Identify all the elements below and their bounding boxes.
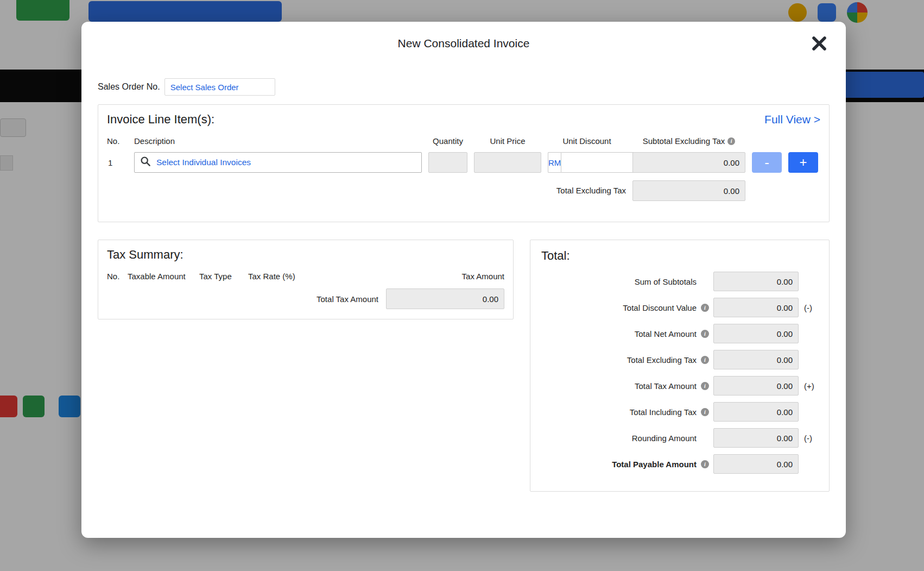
total-heading: Total: xyxy=(541,249,818,263)
new-consolidated-invoice-modal: New Consolidated Invoice Sales Order No.… xyxy=(81,22,846,538)
tax-col-tax-rate: Tax Rate (%) xyxy=(248,272,312,281)
info-icon[interactable]: i xyxy=(701,330,709,338)
col-description: Description xyxy=(134,136,422,146)
amount-field: 0.00 xyxy=(713,350,799,369)
unit-price-field xyxy=(474,152,541,173)
tax-summary-column-headers: No. Taxable Amount Tax Type Tax Rate (%)… xyxy=(107,272,504,281)
total-row-label: Rounding Amount xyxy=(541,434,697,443)
amount-field: 0.00 xyxy=(713,376,799,396)
total-row-label: Sum of Subtotals xyxy=(541,277,697,286)
total-row-excluding-tax: Total Excluding Tax i 0.00 xyxy=(541,350,818,369)
col-quantity: Quantity xyxy=(428,136,467,146)
amount-field: 0.00 xyxy=(713,298,799,317)
total-row-label: Total Discount Value xyxy=(541,303,697,312)
select-invoices-placeholder: Select Individual Invoices xyxy=(156,158,251,167)
close-button[interactable] xyxy=(810,35,828,53)
tax-summary-heading: Tax Summary: xyxy=(107,248,504,262)
tax-col-no: No. xyxy=(107,272,128,281)
invoice-line-items-section: Invoice Line Item(s): Full View > No. De… xyxy=(98,104,830,222)
select-invoices-field[interactable]: Select Individual Invoices xyxy=(134,152,422,173)
line-items-total-row: Total Excluding Tax 0.00 xyxy=(107,180,820,201)
total-row-net-amount: Total Net Amount i 0.00 xyxy=(541,324,818,343)
amount-field: 0.00 xyxy=(713,324,799,343)
currency-prefix: RM xyxy=(548,152,561,173)
total-row-payable-amount: Total Payable Amount i 0.00 xyxy=(541,454,818,474)
amount-field: 0.00 xyxy=(713,402,799,422)
amount-field: 0.00 xyxy=(713,428,799,448)
total-row-label: Total Net Amount xyxy=(541,329,697,338)
row-suffix: (-) xyxy=(799,303,818,312)
total-row-label: Total Including Tax xyxy=(541,407,697,417)
remove-row-button[interactable]: - xyxy=(752,152,782,173)
total-tax-amount-label: Total Tax Amount xyxy=(317,294,378,304)
total-section: Total: Sum of Subtotals i 0.00 Total Dis… xyxy=(530,240,830,492)
total-tax-amount-field: 0.00 xyxy=(386,288,504,309)
sales-order-label: Sales Order No. xyxy=(98,82,160,92)
col-unit-discount: Unit Discount xyxy=(548,136,626,146)
tax-summary-section: Tax Summary: No. Taxable Amount Tax Type… xyxy=(98,240,514,319)
tax-col-tax-amount: Tax Amount xyxy=(386,272,504,281)
unit-discount-cell: RM xyxy=(548,152,626,173)
sales-order-input[interactable] xyxy=(164,78,275,96)
tax-col-taxable-amount: Taxable Amount xyxy=(128,272,199,281)
info-icon[interactable]: i xyxy=(727,137,735,145)
tax-col-tax-type: Tax Type xyxy=(199,272,248,281)
col-subtotal: Subtotal Excluding Tax i xyxy=(632,136,745,146)
info-icon[interactable]: i xyxy=(701,382,709,390)
total-row-label: Total Excluding Tax xyxy=(541,355,697,365)
row-suffix: (+) xyxy=(799,381,818,391)
sales-order-row: Sales Order No. xyxy=(98,78,830,96)
total-row-discount-value: Total Discount Value i 0.00 (-) xyxy=(541,298,818,317)
tax-total-row: Total Tax Amount 0.00 xyxy=(107,288,504,309)
amount-field: 0.00 xyxy=(713,272,799,291)
full-view-link[interactable]: Full View > xyxy=(764,113,820,126)
line-items-column-headers: No. Description Quantity Unit Price Unit… xyxy=(107,136,820,146)
subtotal-field: 0.00 xyxy=(632,152,745,173)
search-icon xyxy=(140,156,151,169)
total-row-sum-of-subtotals: Sum of Subtotals i 0.00 xyxy=(541,272,818,291)
info-icon[interactable]: i xyxy=(701,460,709,468)
total-row-tax-amount: Total Tax Amount i 0.00 (+) xyxy=(541,376,818,396)
add-row-button[interactable]: + xyxy=(788,152,818,173)
info-icon[interactable]: i xyxy=(701,356,709,364)
row-number: 1 xyxy=(107,158,128,167)
total-excluding-tax-field: 0.00 xyxy=(632,180,745,201)
total-row-rounding-amount: Rounding Amount i 0.00 (-) xyxy=(541,428,818,448)
info-icon[interactable]: i xyxy=(701,304,709,312)
close-icon xyxy=(812,36,827,53)
total-row-label: Total Tax Amount xyxy=(541,381,697,391)
line-item-row: 1 Select Individual Invoices RM 0.00 - + xyxy=(107,152,820,173)
quantity-field xyxy=(428,152,467,173)
total-row-label: Total Payable Amount xyxy=(541,460,697,469)
col-unit-price: Unit Price xyxy=(474,136,541,146)
modal-title: New Consolidated Invoice xyxy=(98,37,830,50)
line-items-heading: Invoice Line Item(s): xyxy=(107,112,214,127)
total-row-including-tax: Total Including Tax i 0.00 xyxy=(541,402,818,422)
row-suffix: (-) xyxy=(799,434,818,443)
col-no: No. xyxy=(107,136,128,146)
amount-field: 0.00 xyxy=(713,454,799,474)
total-excluding-tax-label: Total Excluding Tax xyxy=(548,185,626,196)
info-icon[interactable]: i xyxy=(701,408,709,416)
